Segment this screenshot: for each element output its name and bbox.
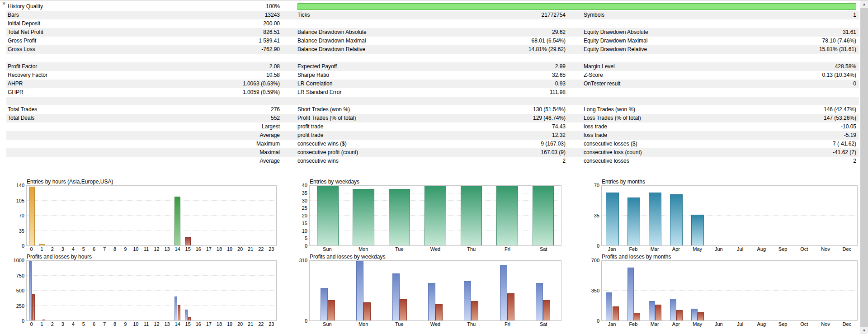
stat-value: 2.99 — [434, 62, 566, 71]
profits-bar — [627, 268, 634, 320]
tester-report-panel: × History Quality 100% Bars 13243 Ticks … — [0, 0, 868, 334]
losses-bar — [613, 306, 619, 320]
profits-bar — [536, 283, 543, 320]
x-tick-label: Oct — [793, 321, 815, 327]
stat-label: consecutive wins — [280, 157, 434, 165]
scrollbar-thumb[interactable] — [860, 8, 868, 327]
x-tick-label: 13 — [162, 321, 172, 327]
table-row: Gross Profit 1 589.41 Balance Drawdown M… — [6, 37, 859, 45]
table-row: Largest profit trade 74.43 loss trade -1… — [6, 122, 859, 131]
x-tick-label: Sun — [309, 246, 345, 252]
stat-value: 276 — [161, 105, 280, 114]
stat-value: 32.65 — [434, 71, 566, 80]
x-tick-label: 16 — [193, 321, 203, 327]
stat-value: -5.19 — [719, 131, 856, 140]
y-tick-label: 0 — [22, 243, 24, 249]
entries-bar — [29, 187, 35, 245]
losses-bar — [543, 300, 550, 320]
entries-bar — [317, 186, 339, 245]
table-row: Total Trades 276 Short Trades (won %) 13… — [6, 105, 859, 114]
table-row: Maximal consecutive profit (count) 167.0… — [6, 148, 859, 157]
y-tick-label: 5 — [305, 235, 307, 241]
scroll-up-icon[interactable]: ▲ — [860, 0, 868, 8]
x-tick-label: 1 — [37, 321, 47, 327]
entries-bar — [185, 237, 191, 245]
losses-bar — [698, 312, 704, 320]
entries-bar — [670, 194, 683, 245]
stat-label: loss trade — [566, 131, 719, 140]
x-tick-label: 4 — [68, 321, 78, 327]
x-tick-label: Sat — [525, 246, 561, 252]
stat-value: Largest — [161, 122, 280, 131]
gridline — [27, 290, 276, 291]
chart-entries-by-months: Entries by months03570JanFebMarAprMayJun… — [588, 178, 858, 252]
y-tick-label: 350 — [591, 288, 599, 293]
x-tick-label: Jun — [708, 246, 729, 252]
y-tick-label: 0 — [597, 318, 599, 324]
y-tick-label: 25 — [302, 205, 307, 211]
x-tick-label: Wed — [417, 321, 453, 327]
x-tick-label: Mon — [345, 321, 382, 327]
chart-profits-losses-by-months: Profits and losses by months0350700JanFe… — [588, 253, 858, 327]
x-axis: 01234567891011121314151617181920212223 — [26, 321, 277, 327]
scroll-down-icon[interactable]: ▼ — [860, 327, 868, 334]
x-axis: 01234567891011121314151617181920212223 — [26, 246, 277, 252]
y-tick-label: 30 — [302, 198, 307, 203]
stat-value: 2.08 — [161, 62, 280, 71]
y-tick-label: 70 — [594, 183, 599, 188]
stat-value: Maximum — [161, 140, 280, 148]
x-tick-label: 0 — [26, 321, 37, 327]
stat-value: 0 — [719, 80, 856, 88]
x-tick-label: 18 — [214, 246, 224, 252]
entries-bar — [606, 193, 618, 245]
stat-label: Total Net Profit — [6, 28, 161, 37]
losses-bar — [32, 294, 35, 320]
y-axis: 03570105140 — [13, 185, 26, 246]
x-tick-label: Mar — [644, 321, 665, 327]
vertical-scrollbar[interactable]: ▲ ▼ — [860, 0, 868, 334]
gridline — [27, 275, 276, 276]
y-tick-label: 70 — [19, 213, 24, 218]
x-tick-label: Jul — [730, 321, 751, 327]
x-tick-label: Mar — [644, 246, 665, 252]
gridline — [27, 305, 276, 306]
table-row: History Quality 100% — [6, 2, 859, 11]
x-tick-label: 20 — [235, 321, 245, 327]
x-tick-label: Tue — [381, 321, 417, 327]
x-tick-label: 5 — [78, 246, 89, 252]
stat-value: 130 (51.54%) — [434, 105, 566, 114]
losses-bar — [328, 300, 335, 320]
stat-value: 29.62 — [434, 28, 566, 37]
gridline — [602, 290, 857, 291]
stat-value: 1.0059 (0.59%) — [161, 88, 280, 97]
stat-label: Ticks — [280, 11, 434, 19]
plot-area — [26, 185, 277, 246]
entries-bar — [496, 186, 518, 245]
stat-label: profit trade — [280, 131, 434, 140]
profits-bar — [29, 261, 32, 320]
stat-value: 68.01 (6.54%) — [434, 37, 566, 45]
x-axis: SunMonTueWedThuFriSat — [309, 321, 561, 327]
profits-bar — [691, 309, 698, 320]
history-quality-progress — [280, 2, 856, 11]
stat-value: 12.32 — [434, 131, 566, 140]
y-tick-label: 700 — [591, 258, 599, 263]
stat-label: profit trade — [280, 122, 434, 131]
stat-value: 14.81% (29.62) — [434, 45, 566, 54]
x-tick-label: 14 — [172, 246, 183, 252]
y-tick-label: 500 — [16, 288, 24, 293]
profits-bar — [175, 296, 178, 320]
losses-bar — [471, 301, 478, 320]
stat-label: Symbols — [566, 11, 719, 19]
stat-value: 9 (167.03) — [434, 140, 566, 148]
y-tick-label: 35 — [302, 190, 307, 196]
stat-label: Loss Trades (% of total) — [566, 114, 719, 122]
y-tick-label: 310 — [299, 258, 307, 263]
stats-table: History Quality 100% Bars 13243 Ticks 21… — [6, 2, 859, 165]
stat-label: Balance Drawdown Relative — [280, 45, 434, 54]
chart-profits-losses-by-weekdays: Profits and losses by weekdays0310SunMon… — [296, 253, 561, 327]
x-tick-label: 7 — [99, 321, 110, 327]
entries-bar — [353, 189, 374, 245]
y-tick-label: 35 — [594, 213, 599, 218]
stat-label: Gross Loss — [6, 45, 161, 54]
